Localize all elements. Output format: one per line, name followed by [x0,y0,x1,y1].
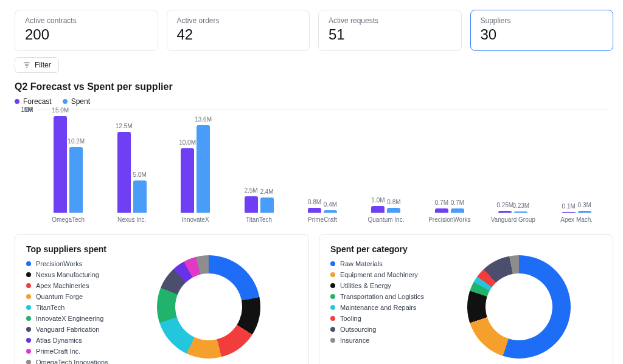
legend-label: Outsourcing [340,326,376,333]
bar-value-label: 0.7M [435,199,448,206]
kpi-label: Active orders [177,16,300,25]
x-axis-label: OmegaTech [37,213,100,223]
bar-spent: 0.8M [387,208,400,213]
filter-icon [23,61,31,69]
legend-label: Equipment and Machinery [340,271,418,278]
kpi-row: Active contracts 200 Active orders 42 Ac… [15,10,613,51]
bar-spent: 13.6M [197,125,210,213]
bar-value-label: 0.8M [308,199,321,205]
kpi-value: 200 [25,26,148,43]
bar-value-label: 15.0M [52,107,69,114]
panel-title: Spent per category [330,244,424,254]
panels-row: Top suppliers spent PrecisionWorksNexus … [15,234,613,364]
legend-dot [63,99,68,104]
bar-group: 15.0M10.2M [37,109,100,213]
legend-item-spent: Spent [63,97,90,106]
bar-value-label: 5.0M [133,171,147,178]
bar-value-label: 0.25M [496,202,513,208]
legend-dot [26,294,31,299]
legend-label: Nexus Manufacturing [36,271,99,278]
bar-value-label: 0.3M [578,202,591,208]
legend-dot [330,294,335,299]
legend-label: OmegaTech Innovations [36,359,108,364]
legend-dot [15,99,19,104]
legend-item: Atlas Dynamics [26,337,108,344]
kpi-card-contracts[interactable]: Active contracts 200 [15,10,158,51]
kpi-label: Suppliers [481,16,604,25]
legend-item: Quantum Forge [26,293,108,300]
legend-dot [26,272,31,277]
bar-spent: 0.23M [514,211,527,213]
x-axis-label: InnovateX [164,213,227,223]
bar-forecast: 10.0M [181,148,194,213]
kpi-label: Active contracts [25,16,148,25]
bar-forecast: 0.8M [308,208,321,213]
kpi-card-suppliers[interactable]: Suppliers 30 [470,10,614,51]
bar-group: 2.5M2.4M [227,109,290,213]
legend-label: Atlas Dynamics [36,337,82,344]
donut-chart-suppliers [157,255,260,359]
legend-dot [26,349,31,354]
legend-dot [26,261,31,266]
bar-value-label: 1.0M [371,197,385,204]
filter-button[interactable]: Filter [15,57,59,73]
bar-value-label: 0.8M [387,199,400,205]
legend-dot [330,261,335,266]
legend-label: Vanguard Fabrication [36,326,99,333]
kpi-value: 51 [329,26,451,43]
bar-chart-legend: Forecast Spent [15,97,613,106]
panel-title: Top suppliers spent [26,244,108,254]
bar-spent: 5.0M [133,180,147,213]
bar-forecast: 0.1M [562,212,576,213]
legend-label: Transportation and Logistics [340,293,424,300]
kpi-value: 30 [481,26,604,43]
bar-value-label: 12.5M [116,123,133,129]
legend-label: Tooling [340,315,361,322]
legend-list: PrecisionWorksNexus ManufacturingApex Ma… [26,260,108,364]
bar-forecast: 12.5M [117,132,131,213]
bar-group: 0.8M0.4M [291,109,354,213]
bar-group: 0.1M0.3M [545,109,608,213]
x-axis-label: PrimeCraft [291,213,354,223]
legend-label: PrimeCraft Inc. [36,348,80,355]
legend-item: InnovateX Engineering [26,315,108,322]
legend-label: TitanTech [36,304,64,311]
bar-value-label: 0.1M [562,203,576,210]
x-axis-label: Vanguard Group [481,213,545,223]
legend-dot [26,360,31,364]
legend-dot [330,305,335,310]
y-axis-label: 15M [15,106,33,113]
bar-forecast: 0.25M [498,211,512,213]
bar-chart-title: Q2 Forecast vs Spent per supplier [15,81,613,92]
legend-dot [26,316,31,321]
legend-dot [330,338,335,343]
x-axis-label: TitanTech [227,213,290,223]
legend-item: Apex Machineries [26,282,108,289]
legend-item: Equipment and Machinery [330,271,424,278]
legend-label: Apex Machineries [36,282,89,289]
bar-value-label: 2.4M [260,188,273,195]
bar-forecast: 2.5M [245,196,258,213]
bar-spent: 0.4M [324,210,337,213]
legend-label: Insurance [340,337,369,344]
bar-spent: 2.4M [260,197,274,213]
kpi-card-requests[interactable]: Active requests 51 [318,10,462,51]
kpi-card-orders[interactable]: Active orders 42 [167,10,310,51]
legend-dot [330,272,335,277]
legend-dot [26,305,31,310]
x-axis-label: Apex Mach. [545,213,608,223]
bar-value-label: 13.6M [195,116,212,123]
legend-item: PrecisionWorks [26,260,108,267]
bar-group: 10.0M13.6M [164,109,227,213]
bar-spent: 0.7M [451,208,464,213]
legend-dot [330,283,335,288]
legend-item: TitanTech [26,304,108,311]
legend-item-forecast: Forecast [15,97,52,106]
bar-spent: 0.3M [578,211,591,213]
x-axis-labels: OmegaTechNexus Inc.InnovateXTitanTechPri… [37,213,608,223]
legend-label: Utilities & Energy [340,282,391,289]
legend-dot [330,327,335,332]
legend-dot [330,316,335,321]
bar-value-label: 0.23M [512,202,529,209]
legend-label: Spent [71,97,90,106]
